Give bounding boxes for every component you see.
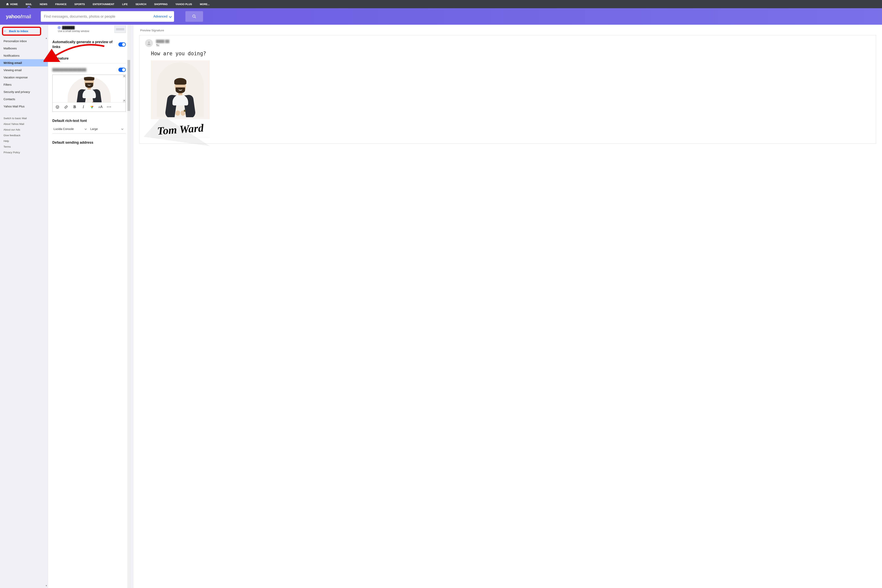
sidebar-item-label: Mailboxes <box>3 46 17 50</box>
preview-email-card: ████ ██ To: How are you doing? <box>140 35 876 144</box>
font-family-value: Lucida Console <box>54 127 74 130</box>
scroll-down-icon[interactable]: ▼ <box>45 585 47 587</box>
nav-entertainment[interactable]: ENTERTAINMENT <box>93 3 114 6</box>
settings-panel: ██████ Use a small overlay window Automa… <box>48 25 130 588</box>
home-icon <box>6 3 9 6</box>
signature-editor: ▲ ▼ <box>52 75 126 112</box>
sidebar-item-notifications[interactable]: Notifications <box>0 52 48 59</box>
font-size-select[interactable]: Large <box>89 125 126 132</box>
person-icon <box>147 41 151 45</box>
emoji-icon <box>56 105 59 109</box>
text-color-button[interactable] <box>90 105 94 109</box>
sidebar-link-label: Privacy Policy <box>3 151 20 154</box>
sidebar-link-help[interactable]: Help <box>0 138 48 144</box>
link-button[interactable] <box>64 105 68 109</box>
chevron-down-icon <box>121 128 123 130</box>
bold-icon: B <box>73 105 76 109</box>
italic-button[interactable]: I <box>81 105 86 109</box>
editor-scroll-down-icon[interactable]: ▼ <box>123 100 126 102</box>
nav-sports[interactable]: SPORTS <box>75 3 85 6</box>
portrait-figure <box>163 78 198 117</box>
scrollbar-thumb[interactable] <box>128 60 130 111</box>
compose-option-desc: Use a small overlay window <box>58 30 89 33</box>
radio-selected-icon[interactable] <box>58 26 61 29</box>
signature-editor-body[interactable]: ▲ ▼ <box>52 75 126 102</box>
preview-signature-image <box>151 60 210 119</box>
bold-button[interactable]: B <box>72 105 77 109</box>
avatar <box>145 39 153 47</box>
nav-mail-label: MAIL <box>26 3 32 6</box>
svg-point-0 <box>193 15 195 18</box>
sidebar-link-label: Help <box>3 140 9 142</box>
font-size-button[interactable]: AA <box>98 105 103 109</box>
font-family-select[interactable]: Lucida Console <box>52 125 89 132</box>
search-input[interactable] <box>41 15 151 19</box>
nav-news-label: NEWS <box>40 3 47 6</box>
sidebar-link-label: Switch to basic Mail <box>3 117 27 120</box>
editor-scroll-up-icon[interactable]: ▲ <box>123 75 126 78</box>
sidebar-link-label: About our Ads <box>3 128 20 131</box>
nav-shopping[interactable]: SHOPPING <box>154 3 168 6</box>
nav-life[interactable]: LIFE <box>122 3 128 6</box>
sidebar-item-writing-email[interactable]: Writing email <box>0 59 48 66</box>
settings-scrollbar[interactable] <box>128 25 130 588</box>
sidebar-link-ads[interactable]: About our Ads <box>0 127 48 132</box>
yahoo-mail-logo[interactable]: yahoo!mail <box>6 14 31 20</box>
signature-account-row: ███████████████ <box>52 66 126 75</box>
preview-panel: Preview Signature ████ ██ To: How are yo… <box>134 25 882 588</box>
sidebar-item-label: Personalize inbox <box>3 39 27 43</box>
nav-yahoo-plus[interactable]: YAHOO PLUS <box>176 3 192 6</box>
more-button[interactable]: ··· <box>107 105 111 109</box>
nav-shopping-label: SHOPPING <box>154 3 168 6</box>
sidebar-link-label: Give feedback <box>3 134 20 137</box>
nav-finance[interactable]: FINANCE <box>55 3 67 6</box>
sidebar-item-mail-plus[interactable]: Yahoo Mail Plus <box>0 103 48 110</box>
emoji-button[interactable] <box>55 105 60 109</box>
svg-point-4 <box>58 106 58 107</box>
sidebar-item-filters[interactable]: Filters <box>0 81 48 88</box>
nav-search[interactable]: SEARCH <box>135 3 146 6</box>
sidebar-item-label: Writing email <box>3 61 22 64</box>
default-sending-heading: Default sending address <box>52 134 126 146</box>
compose-layout-thumbnail[interactable] <box>114 26 126 33</box>
scroll-up-icon[interactable]: ▲ <box>45 37 47 39</box>
svg-point-6 <box>92 106 93 107</box>
preview-body-text: How are you doing? <box>151 51 870 57</box>
sidebar-item-mailboxes[interactable]: Mailboxes <box>0 45 48 52</box>
search-button[interactable] <box>185 11 203 22</box>
global-navbar: HOME MAIL NEWS FINANCE SPORTS ENTERTAINM… <box>0 0 882 8</box>
sidebar-link-label: About Yahoo Mail <box>3 123 24 126</box>
signature-portrait-image <box>68 77 111 102</box>
font-size-value: Large <box>90 127 98 130</box>
svg-point-5 <box>90 106 92 107</box>
svg-point-3 <box>57 106 57 107</box>
nav-more-label: MORE... <box>200 3 210 6</box>
auto-preview-toggle[interactable] <box>118 42 126 46</box>
sidebar-link-privacy[interactable]: Privacy Policy <box>0 150 48 155</box>
nav-news[interactable]: NEWS <box>40 3 47 6</box>
sidebar-link-about[interactable]: About Yahoo Mail <box>0 121 48 127</box>
sidebar-item-contacts[interactable]: Contacts <box>0 96 48 103</box>
sidebar-item-label: Security and privacy <box>3 90 30 93</box>
sidebar-link-feedback[interactable]: Give feedback <box>0 132 48 138</box>
nav-mail[interactable]: MAIL <box>26 3 32 6</box>
svg-point-2 <box>56 105 59 108</box>
sidebar-item-viewing-email[interactable]: Viewing email <box>0 66 48 74</box>
sidebar-item-vacation[interactable]: Vacation response <box>0 74 48 81</box>
nav-more[interactable]: MORE... <box>200 3 210 6</box>
signature-toggle[interactable] <box>118 68 126 72</box>
signature-heading: Signature <box>52 52 126 63</box>
sidebar-item-label: Notifications <box>3 54 20 57</box>
sidebar-link-terms[interactable]: Terms <box>0 144 48 150</box>
chevron-down-icon <box>84 128 87 130</box>
sidebar-link-basic[interactable]: Switch to basic Mail <box>0 116 48 121</box>
compose-compact-row: ██████ Use a small overlay window <box>52 25 126 36</box>
back-to-inbox-button[interactable]: ← Back to Inbox <box>0 27 48 35</box>
sidebar-item-personalize[interactable]: Personalize inbox <box>0 38 48 45</box>
advanced-search-button[interactable]: Advanced <box>151 15 174 18</box>
nav-home[interactable]: HOME <box>6 3 18 6</box>
sidebar-primary-group: Personalize inbox Mailboxes Notification… <box>0 38 48 110</box>
sidebar-item-security[interactable]: Security and privacy <box>0 88 48 96</box>
logo-product: mail <box>22 14 31 20</box>
arrow-left-icon: ← <box>3 29 7 33</box>
